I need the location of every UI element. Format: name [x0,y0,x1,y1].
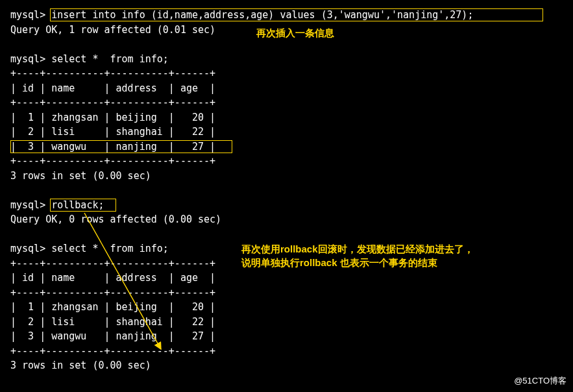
table-border: +----+----------+----------+------+ [10,258,215,269]
table-row: | 1 | zhangsan | beijing | 20 | [10,301,215,313]
table-border: +----+----------+----------+------+ [10,97,215,108]
table-row: | 3 | wangwu | nanjing | 27 | [10,330,215,342]
table-header: | id | name | address | age | [10,82,215,94]
table-row: | 2 | lisi | shanghai | 22 | [10,126,215,138]
rollback-result: Query OK, 0 rows affected (0.00 sec) [10,214,221,225]
annotation-insert: 再次插入一条信息 [256,26,334,41]
select-command-2: select * from info; [51,243,169,254]
table-border: +----+----------+----------+------+ [10,345,215,357]
table-border: +----+----------+----------+------+ [10,287,215,299]
table-row: | 1 | zhangsan | beijing | 20 | [10,112,215,123]
prompt: mysql> [10,199,51,211]
table-border: +----+----------+----------+------+ [10,67,215,79]
rows-count: 3 rows in set (0.00 sec) [10,360,151,371]
table-row: | 2 | lisi | shanghai | 22 | [10,316,215,328]
table-border: +----+----------+----------+------+ [10,155,215,167]
rows-count: 3 rows in set (0.00 sec) [10,170,151,182]
annotation-rollback-2: 说明单独执行rollback 也表示一个事务的结束 [241,256,437,271]
rollback-command: rollback; [51,199,104,211]
annotation-rollback-1: 再次使用rollback回滚时，发现数据已经添加进去了， [241,242,474,257]
insert-result: Query OK, 1 row affected (0.01 sec) [10,24,215,36]
insert-command: insert into info (id,name,address,age) v… [51,9,473,21]
prompt: mysql> [10,53,51,65]
table-header: | id | name | address | age | [10,272,215,284]
prompt: mysql> [10,243,51,254]
select-command-1: select * from info; [51,53,169,65]
prompt: mysql> [10,9,51,21]
watermark: @51CTO博客 [514,374,567,387]
terminal-output: mysql> insert into info (id,name,address… [10,8,573,373]
table-row: | 3 | wangwu | nanjing | 27 | [10,141,215,153]
